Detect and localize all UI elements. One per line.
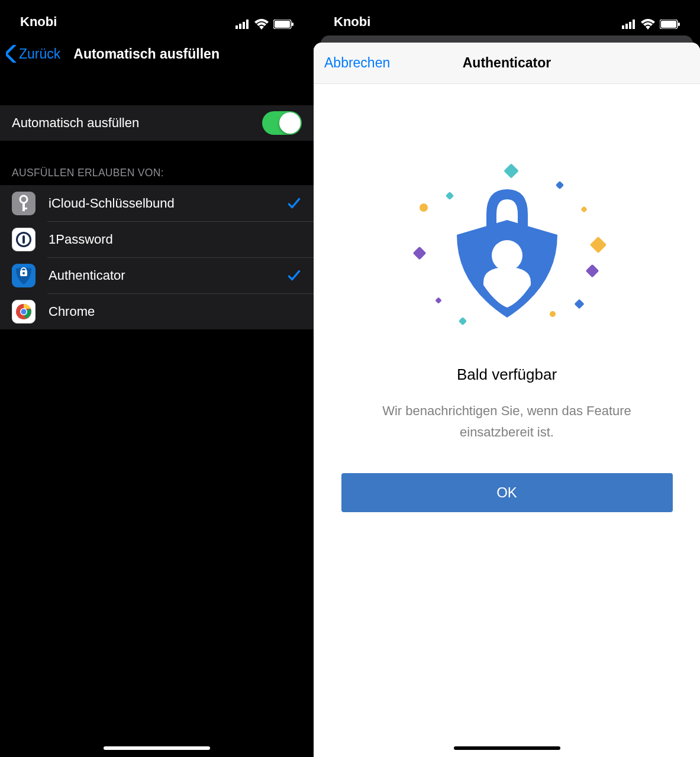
status-indicators <box>236 19 293 30</box>
svg-rect-3 <box>246 20 249 29</box>
key-icon <box>12 192 36 215</box>
onepassword-icon <box>12 228 36 251</box>
svg-rect-0 <box>236 25 238 29</box>
cellular-icon <box>622 20 636 29</box>
svg-rect-20 <box>625 24 628 29</box>
autofill-toggle-row[interactable]: Automatisch ausfüllen <box>0 105 314 141</box>
lock-illustration <box>418 161 596 338</box>
svg-rect-5 <box>275 21 290 28</box>
modal-sheet: Abbrechen Authenticator Bald verfügbar W… <box>314 43 700 757</box>
allow-from-header: AUSFÜLLEN ERLAUBEN VON: <box>0 141 314 185</box>
svg-rect-24 <box>661 21 676 28</box>
autofill-switch[interactable] <box>262 111 302 135</box>
provider-row-authenticator[interactable]: Authenticator <box>0 257 314 293</box>
sheet-body: Bald verfügbar Wir benachrichtigen Sie, … <box>314 84 700 757</box>
provider-label: Authenticator <box>49 268 286 283</box>
provider-row-chrome[interactable]: Chrome <box>0 293 314 329</box>
nav-title: Automatisch ausfüllen <box>73 46 220 62</box>
svg-rect-19 <box>622 25 624 29</box>
sheet-header: Abbrechen Authenticator <box>314 43 700 84</box>
coming-soon-body: Wir benachrichtigen Sie, wenn das Featur… <box>365 400 649 444</box>
cancel-button[interactable]: Abbrechen <box>314 55 390 71</box>
authenticator-icon <box>12 264 36 287</box>
svg-rect-2 <box>243 22 245 29</box>
provider-label: iCloud-Schlüsselbund <box>49 196 286 211</box>
status-indicators <box>622 19 680 30</box>
battery-icon <box>273 20 293 29</box>
carrier-label: Knobi <box>334 14 370 30</box>
provider-label: 1Password <box>49 232 302 247</box>
status-bar: Knobi <box>314 0 700 35</box>
back-button[interactable]: Zurück <box>6 45 60 63</box>
svg-point-7 <box>20 196 27 203</box>
settings-screen: Knobi Zurück Automatisch ausfüllen Autom… <box>0 0 314 757</box>
svg-rect-21 <box>629 22 631 29</box>
chrome-icon <box>12 300 36 323</box>
svg-rect-8 <box>22 202 25 211</box>
svg-rect-25 <box>678 22 680 26</box>
provider-label: Chrome <box>49 304 302 319</box>
svg-point-18 <box>21 309 27 314</box>
svg-rect-12 <box>22 235 25 244</box>
authenticator-sheet-screen: Knobi Abbrechen Authenticator <box>314 0 700 757</box>
battery-icon <box>660 20 680 29</box>
cellular-icon <box>236 20 250 29</box>
checkmark-icon <box>286 196 302 211</box>
status-bar: Knobi <box>0 0 314 35</box>
nav-bar: Zurück Automatisch ausfüllen <box>0 35 314 72</box>
home-indicator[interactable] <box>454 746 560 750</box>
svg-point-26 <box>492 240 522 271</box>
lock-shield-icon <box>448 179 566 321</box>
wifi-icon <box>641 19 655 30</box>
carrier-label: Knobi <box>20 14 57 30</box>
svg-rect-1 <box>239 24 241 29</box>
checkmark-icon <box>286 268 302 283</box>
svg-rect-22 <box>633 20 635 29</box>
chevron-left-icon <box>6 45 17 63</box>
autofill-toggle-label: Automatisch ausfüllen <box>12 115 139 131</box>
provider-list: iCloud-Schlüsselbund 1Password Authentic… <box>0 185 314 329</box>
back-label: Zurück <box>19 46 60 62</box>
provider-row-1password[interactable]: 1Password <box>0 221 314 257</box>
provider-row-icloud[interactable]: iCloud-Schlüsselbund <box>0 185 314 221</box>
coming-soon-title: Bald verfügbar <box>457 365 557 384</box>
wifi-icon <box>254 19 269 30</box>
svg-rect-9 <box>22 208 27 209</box>
svg-rect-6 <box>292 22 293 26</box>
svg-point-15 <box>22 272 25 274</box>
home-indicator[interactable] <box>104 746 210 750</box>
ok-button[interactable]: OK <box>341 473 673 512</box>
